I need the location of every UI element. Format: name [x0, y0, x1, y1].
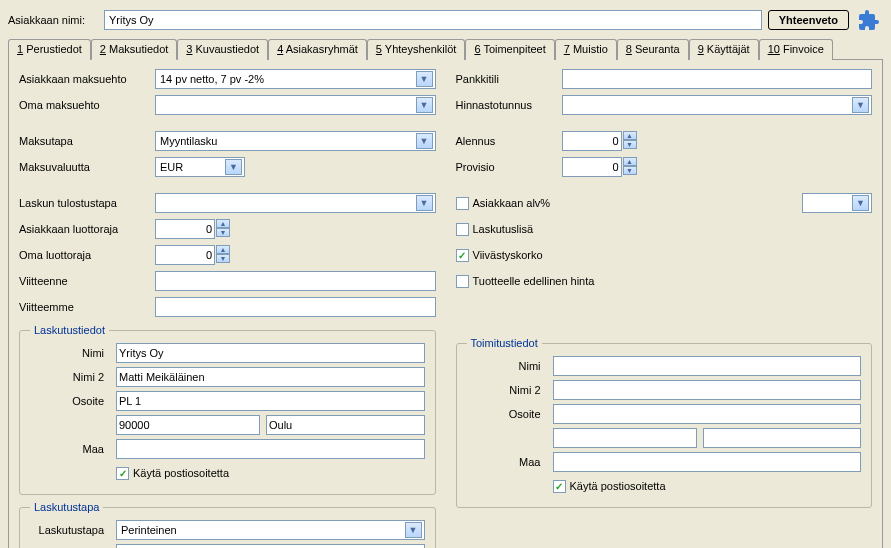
service-id-input[interactable]	[116, 544, 425, 548]
discount-spinner[interactable]: ▲▼	[562, 131, 637, 151]
interest-checkbox[interactable]: ✓Viivästyskorko	[456, 249, 543, 262]
tab-asiakasryhmat[interactable]: 4 Asiakasryhmät	[268, 39, 367, 60]
delivery-name-label: Nimi	[467, 360, 547, 372]
billing-name-input[interactable]	[116, 343, 425, 363]
chevron-down-icon: ▼	[416, 97, 433, 113]
billing-post-label: Käytä postiosoitetta	[133, 467, 229, 479]
fee-label: Laskutuslisä	[473, 223, 534, 235]
delivery-country-label: Maa	[467, 456, 547, 468]
billing-method-fieldset: Laskutustapa Laskutustapa Perinteinen▼ P…	[19, 501, 436, 548]
billing-method-legend: Laskutustapa	[30, 501, 103, 513]
tab-seuranta[interactable]: 8 Seuranta	[617, 39, 689, 60]
ref-in-input[interactable]	[155, 271, 436, 291]
chevron-down-icon: ▼	[416, 195, 433, 211]
own-credit-label: Oma luottoraja	[19, 249, 149, 261]
billing-addr-input[interactable]	[116, 391, 425, 411]
own-term-label: Oma maksuehto	[19, 99, 149, 111]
tab-finvoice[interactable]: 10 Finvoice	[759, 39, 833, 60]
spin-up-icon[interactable]: ▲	[623, 157, 637, 166]
chevron-down-icon: ▼	[225, 159, 242, 175]
delivery-addr-input[interactable]	[553, 404, 862, 424]
summary-button[interactable]: Yhteenveto	[768, 10, 849, 30]
chevron-down-icon: ▼	[416, 133, 433, 149]
spin-up-icon[interactable]: ▲	[216, 219, 230, 228]
delivery-name2-input[interactable]	[553, 380, 862, 400]
currency-label: Maksuvaluutta	[19, 161, 149, 173]
commission-input[interactable]	[562, 157, 622, 177]
billing-fieldset: Laskutustiedot Nimi Nimi 2 Osoite Maa ✓K…	[19, 324, 436, 495]
payment-term-label: Asiakkaan maksuehto	[19, 73, 149, 85]
delivery-name-input[interactable]	[553, 356, 862, 376]
chevron-down-icon: ▼	[852, 97, 869, 113]
delivery-city-input[interactable]	[703, 428, 862, 448]
commission-label: Provisio	[456, 161, 556, 173]
spin-up-icon[interactable]: ▲	[216, 245, 230, 254]
prev-price-label: Tuotteelle edellinen hinta	[473, 275, 595, 287]
tab-kayttajat[interactable]: 9 Käyttäjät	[689, 39, 759, 60]
delivery-country-input[interactable]	[553, 452, 862, 472]
tab-perustiedot[interactable]: 1 Perustiedot	[8, 39, 91, 60]
pay-method-select[interactable]: Myyntilasku▼	[155, 131, 436, 151]
tab-content: Asiakkaan maksuehto 14 pv netto, 7 pv -2…	[8, 59, 883, 548]
billing-country-input[interactable]	[116, 439, 425, 459]
tab-toimenpiteet[interactable]: 6 Toimenpiteet	[465, 39, 554, 60]
spin-down-icon[interactable]: ▼	[216, 228, 230, 237]
prev-price-checkbox[interactable]: Tuotteelle edellinen hinta	[456, 275, 595, 288]
billing-method-select[interactable]: Perinteinen▼	[116, 520, 425, 540]
billing-addr-label: Osoite	[30, 395, 110, 407]
pricelist-select[interactable]: ▼	[562, 95, 873, 115]
customer-name-label: Asiakkaan nimi:	[8, 14, 98, 26]
bank-input[interactable]	[562, 69, 873, 89]
spin-up-icon[interactable]: ▲	[623, 131, 637, 140]
spin-down-icon[interactable]: ▼	[623, 166, 637, 175]
delivery-zip-input[interactable]	[553, 428, 697, 448]
own-credit-input[interactable]	[155, 245, 215, 265]
puzzle-icon[interactable]	[855, 6, 883, 34]
ref-out-label: Viitteemme	[19, 301, 149, 313]
ref-out-input[interactable]	[155, 297, 436, 317]
print-method-select[interactable]: ▼	[155, 193, 436, 213]
delivery-post-checkbox[interactable]: ✓Käytä postiosoitetta	[553, 480, 666, 493]
discount-input[interactable]	[562, 131, 622, 151]
tab-bar: 1 Perustiedot 2 Maksutiedot 3 Kuvaustied…	[8, 38, 883, 59]
billing-name2-label: Nimi 2	[30, 371, 110, 383]
discount-label: Alennus	[456, 135, 556, 147]
interest-label: Viivästyskorko	[473, 249, 543, 261]
commission-spinner[interactable]: ▲▼	[562, 157, 637, 177]
chevron-down-icon: ▼	[852, 195, 869, 211]
pay-method-label: Maksutapa	[19, 135, 149, 147]
spin-down-icon[interactable]: ▼	[623, 140, 637, 149]
delivery-addr-label: Osoite	[467, 408, 547, 420]
vat-select[interactable]: ▼	[802, 193, 872, 213]
own-term-select[interactable]: ▼	[155, 95, 436, 115]
billing-country-label: Maa	[30, 443, 110, 455]
ref-in-label: Viitteenne	[19, 275, 149, 287]
cust-credit-spinner[interactable]: ▲▼	[155, 219, 230, 239]
customer-name-input[interactable]	[104, 10, 762, 30]
bank-label: Pankkitili	[456, 73, 556, 85]
billing-method-label: Laskutustapa	[30, 524, 110, 536]
pricelist-label: Hinnastotunnus	[456, 99, 556, 111]
tab-yhteyshenkilot[interactable]: 5 Yhteyshenkilöt	[367, 39, 466, 60]
billing-post-checkbox[interactable]: ✓Käytä postiosoitetta	[116, 467, 229, 480]
tab-maksutiedot[interactable]: 2 Maksutiedot	[91, 39, 178, 60]
vat-checkbox[interactable]: Asiakkaan alv%	[456, 197, 551, 210]
own-credit-spinner[interactable]: ▲▼	[155, 245, 230, 265]
billing-zip-input[interactable]	[116, 415, 260, 435]
delivery-post-label: Käytä postiosoitetta	[570, 480, 666, 492]
spin-down-icon[interactable]: ▼	[216, 254, 230, 263]
chevron-down-icon: ▼	[405, 522, 422, 538]
billing-city-input[interactable]	[266, 415, 425, 435]
print-method-label: Laskun tulostustapa	[19, 197, 149, 209]
billing-legend: Laskutustiedot	[30, 324, 109, 336]
payment-term-select[interactable]: 14 pv netto, 7 pv -2%▼	[155, 69, 436, 89]
currency-select[interactable]: EUR▼	[155, 157, 245, 177]
cust-credit-input[interactable]	[155, 219, 215, 239]
billing-name2-input[interactable]	[116, 367, 425, 387]
tab-kuvaustiedot[interactable]: 3 Kuvaustiedot	[177, 39, 268, 60]
fee-checkbox[interactable]: Laskutuslisä	[456, 223, 534, 236]
cust-credit-label: Asiakkaan luottoraja	[19, 223, 149, 235]
chevron-down-icon: ▼	[416, 71, 433, 87]
tab-muistio[interactable]: 7 Muistio	[555, 39, 617, 60]
billing-name-label: Nimi	[30, 347, 110, 359]
